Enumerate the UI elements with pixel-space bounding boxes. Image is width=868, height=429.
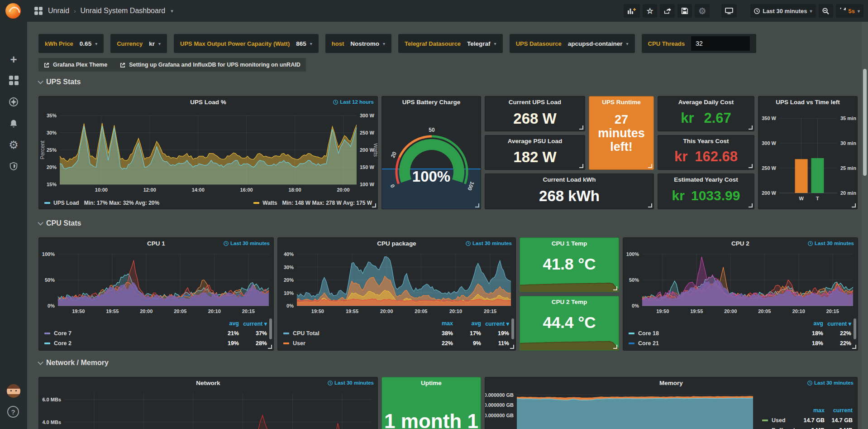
star-button[interactable]: ☆ xyxy=(643,4,657,18)
user-avatar[interactable] xyxy=(7,384,20,398)
variable-ups-datasource[interactable]: UPS Datasource apcupsd-container ▾ xyxy=(510,34,635,53)
settings-gear-button[interactable]: ⚙ xyxy=(695,4,710,18)
save-button[interactable] xyxy=(677,4,692,18)
section-network-memory[interactable]: Network / Memory xyxy=(38,359,109,367)
chart-legend[interactable]: UPS LoadMin: 17% Max: 32% Avg: 20%WattsM… xyxy=(44,200,372,206)
stat-value: 268 W xyxy=(485,110,585,127)
chart-legend[interactable]: avgcurrent ▾Core 1818%22%Core 2118%22% xyxy=(629,318,851,348)
tv-mode-button[interactable] xyxy=(721,4,737,18)
panel-title[interactable]: UPS Load % xyxy=(39,99,377,106)
configuration-gear-icon[interactable]: ⚙ xyxy=(0,137,27,153)
legend-row[interactable]: Core 219%28% xyxy=(44,338,267,348)
panel-title[interactable]: UPS Battery Charge xyxy=(382,99,481,106)
legend-sort-avg[interactable]: avg xyxy=(795,320,823,327)
chart-legend[interactable]: avgcurrent ▾Core 721%37%Core 219%28% xyxy=(44,318,267,348)
battery-gauge[interactable]: 02050100 xyxy=(382,108,481,209)
panel-title[interactable]: Uptime xyxy=(382,380,481,386)
panel-title[interactable]: CPU 1 Temp xyxy=(520,240,619,247)
ups-bar-chart[interactable]: 200 W250 W300 W350 W20 min25 min30 min35… xyxy=(758,108,858,209)
legend-row[interactable]: Core 2118%22% xyxy=(629,338,851,348)
refresh-button[interactable]: 5s ▾ xyxy=(836,4,864,18)
legend-row[interactable]: Core 721%37% xyxy=(44,328,267,338)
clock-icon xyxy=(328,381,333,386)
help-icon[interactable]: ? xyxy=(7,406,19,418)
legend-sort-max[interactable]: max xyxy=(796,407,825,414)
panel-title[interactable]: Current Load kWh xyxy=(485,176,653,183)
dashboards-icon[interactable] xyxy=(0,72,27,88)
chart-legend[interactable]: maxavgcurrent ▾CPU Total38%17%19%User22%… xyxy=(283,318,509,348)
svg-text:18:00: 18:00 xyxy=(288,187,301,193)
legend-sort-max[interactable]: max xyxy=(425,320,453,327)
stat-value: 44.4 °C xyxy=(520,313,619,332)
legend-row[interactable]: User22%9%11% xyxy=(283,338,509,348)
share-button[interactable] xyxy=(660,4,675,18)
grafana-logo[interactable] xyxy=(5,3,21,19)
breadcrumb: Unraid › Unraid System Dashboard ▾ xyxy=(34,7,173,15)
variable-telegraf-datasource[interactable]: Telegraf Datasource Telegraf ▾ xyxy=(398,34,503,53)
title-caret-icon[interactable]: ▾ xyxy=(171,8,173,14)
cpu-threads-input[interactable] xyxy=(691,36,750,51)
add-icon[interactable]: + xyxy=(0,51,27,67)
panel-title[interactable]: Network xyxy=(39,380,377,386)
section-ups-stats[interactable]: UPS Stats xyxy=(38,78,81,86)
cpu1-chart[interactable]: 0%50%100%19:5019:5520:0020:0520:1020:15 xyxy=(39,250,274,318)
cpu2-chart[interactable]: 0%50%100%19:5019:5520:0020:0520:1020:15 xyxy=(623,250,858,318)
variable-ups-max-power[interactable]: UPS Max Output Power Capacity (Watt) 865… xyxy=(174,34,319,53)
explore-compass-icon[interactable] xyxy=(0,94,27,110)
legend-scrollbar[interactable] xyxy=(269,318,272,339)
svg-text:4.0 MBs: 4.0 MBs xyxy=(42,419,61,425)
ups-load-chart[interactable]: 15%20%25%30%35%100 W150 W200 W250 W300 W… xyxy=(39,108,378,195)
svg-text:250 W: 250 W xyxy=(360,130,374,135)
clock-icon xyxy=(807,381,812,386)
link-ups-monitoring-guide[interactable]: Setting up Grafana and InfluxDB for UPS … xyxy=(120,62,300,68)
legend-scrollbar[interactable] xyxy=(511,318,514,339)
alerting-bell-icon[interactable] xyxy=(0,116,27,132)
legend-row[interactable]: Core 1818%22% xyxy=(629,328,851,338)
variable-kwh-price[interactable]: kWh Price 0.65 ▾ xyxy=(38,34,104,53)
time-range-picker[interactable]: Last 30 minutes ▾ xyxy=(750,4,816,18)
server-admin-shield-icon[interactable] xyxy=(0,158,27,174)
legend-sort-avg[interactable]: avg xyxy=(453,320,481,327)
dashboard-grid-icon[interactable] xyxy=(34,7,43,15)
legend-item[interactable]: WattsMin: 148 W Max: 278 W Avg: 175 W xyxy=(253,200,372,206)
page-scrollbar-thumb[interactable] xyxy=(863,69,867,176)
stat-value: kr162.68 xyxy=(658,149,754,165)
page-title[interactable]: Unraid System Dashboard xyxy=(80,7,165,15)
svg-text:19:50: 19:50 xyxy=(72,308,85,314)
network-chart[interactable]: 2.0 MBs4.0 MBs6.0 MBs19:5019:5520:0020:0… xyxy=(39,389,378,429)
chart-legend[interactable]: maxcurrentUsed14.7 GB14.7 GBBuffered3 MB… xyxy=(762,405,853,429)
legend-sort-current[interactable]: current ▾ xyxy=(481,320,509,327)
panel-title[interactable]: Current UPS Load xyxy=(485,99,585,106)
panel-cpu2-temp: CPU 2 Temp 44.4 °C xyxy=(520,296,619,351)
legend-sort-current[interactable]: current ▾ xyxy=(239,320,267,327)
panel-title[interactable]: Average PSU Load xyxy=(485,138,585,145)
link-grafana-plex-theme[interactable]: Grafana Plex Theme xyxy=(44,62,107,68)
add-panel-button[interactable] xyxy=(624,4,640,18)
panel-title[interactable]: CPU 2 Temp xyxy=(520,299,619,305)
panel-title[interactable]: UPS Load vs Time left xyxy=(758,99,857,106)
memory-chart[interactable]: 50.000000 GB60.000000 GB70.000000 GB xyxy=(485,389,757,429)
stat-value: 27 minutes left! xyxy=(589,113,653,154)
svg-text:20:10: 20:10 xyxy=(792,308,805,314)
panel-title[interactable]: Estimated Yearly Cost xyxy=(658,176,754,183)
legend-sort-current[interactable]: current xyxy=(825,407,853,414)
legend-row[interactable]: Buffered3 MB3 MB xyxy=(762,425,853,429)
legend-item[interactable]: UPS LoadMin: 17% Max: 32% Avg: 20% xyxy=(44,200,159,206)
legend-sort-current[interactable]: current ▾ xyxy=(823,320,851,327)
legend-row[interactable]: Used14.7 GB14.7 GB xyxy=(762,415,853,425)
legend-sort-avg[interactable]: avg xyxy=(211,320,239,327)
panel-cpu1-temp: CPU 1 Temp 41.8 °C xyxy=(520,237,619,292)
cpu-package-chart[interactable]: 0%10%20%30%40%19:5019:5520:0020:0520:102… xyxy=(278,250,516,318)
panel-title[interactable]: Memory xyxy=(485,380,857,386)
legend-row[interactable]: CPU Total38%17%19% xyxy=(283,328,509,338)
breadcrumb-folder[interactable]: Unraid xyxy=(48,7,69,15)
panel-title[interactable]: This Years Cost xyxy=(658,138,754,145)
legend-scrollbar[interactable] xyxy=(854,318,856,339)
section-cpu-stats[interactable]: CPU Stats xyxy=(38,219,81,227)
cpu1-temp-sparkline xyxy=(520,277,619,292)
variable-host[interactable]: host Nostromo ▾ xyxy=(325,34,391,53)
zoom-out-button[interactable] xyxy=(819,4,833,18)
variable-currency[interactable]: Currency kr ▾ xyxy=(110,34,167,53)
panel-title[interactable]: Average Daily Cost xyxy=(658,99,754,106)
panel-title[interactable]: UPS Runtime xyxy=(589,99,653,106)
